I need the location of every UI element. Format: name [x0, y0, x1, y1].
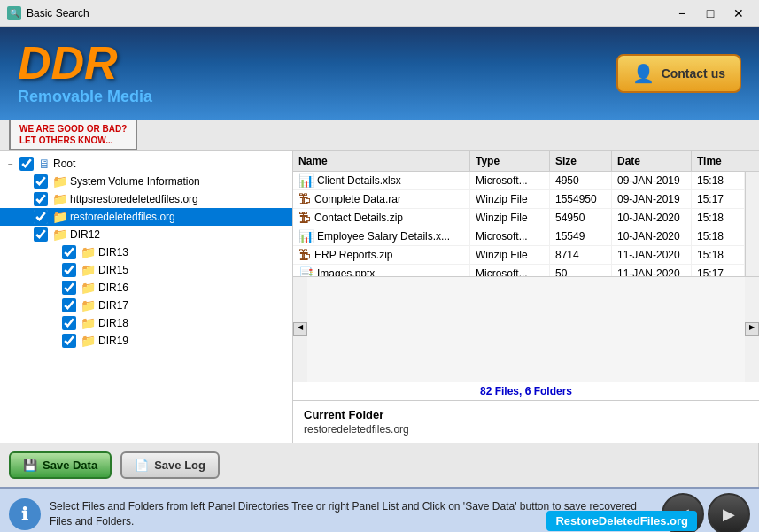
ddr-logo: DDR [18, 40, 118, 86]
file-row[interactable]: 📊Employee Salary Details.x...Microsoft..… [293, 227, 745, 246]
tree-checkbox-root[interactable] [19, 157, 34, 171]
tree-checkbox-dir17[interactable] [62, 298, 76, 312]
header: DDR Removable Media 👤 Contact us [0, 27, 759, 120]
contact-label: Contact us [662, 66, 725, 81]
scroll-track [307, 277, 745, 382]
window-title: Basic Search [27, 7, 89, 19]
tree-item-dir12[interactable]: −📁DIR12 [0, 226, 292, 243]
nav-next-button[interactable]: ▶ [708, 493, 750, 532]
file-row[interactable]: 🗜ERP Reports.zipWinzip File871411-JAN-20… [293, 246, 745, 265]
file-row[interactable]: 🗜Contact Details.zipWinzip File5495010-J… [293, 209, 745, 227]
file-time: 15:18 [692, 227, 745, 245]
file-type: Winzip File [470, 209, 550, 227]
tree-item-https[interactable]: 📁httpsrestoredeletedfiles.org [0, 190, 292, 208]
file-name: 📊Client Details.xlsx [293, 172, 470, 189]
minimize-button[interactable]: − [669, 3, 695, 24]
file-row[interactable]: 📑Images.pptxMicrosoft...5011-JAN-202015:… [293, 265, 745, 276]
file-list-body[interactable]: 📊Client Details.xlsxMicrosoft...495009-J… [293, 172, 745, 276]
folder-icon-dir16: 📁 [81, 281, 96, 295]
file-name: 📑Images.pptx [293, 265, 470, 276]
file-header-time[interactable]: Time [692, 151, 745, 171]
tree-label-svi: System Volume Information [70, 175, 200, 188]
app-icon: 🔍 [7, 6, 21, 20]
tree-label-dir17: DIR17 [98, 299, 128, 312]
main-content: −🖥Root📁System Volume Information📁httpsre… [0, 150, 759, 443]
folder-icon-svi: 📁 [52, 174, 67, 189]
tree-checkbox-dir12[interactable] [34, 227, 48, 242]
file-name: 📊Employee Salary Details.x... [293, 227, 470, 245]
save-data-button[interactable]: 💾 Save Data [9, 451, 112, 479]
file-name: 🗜Contact Details.zip [293, 209, 470, 227]
save-log-button[interactable]: 📄 Save Log [120, 451, 220, 479]
file-time: 15:18 [692, 172, 745, 189]
tree-item-dir13[interactable]: 📁DIR13 [0, 243, 292, 261]
file-size: 54950 [550, 209, 612, 227]
folder-icon-dir17: 📁 [81, 298, 96, 312]
tree-checkbox-https[interactable] [34, 192, 48, 206]
tree-checkbox-dir19[interactable] [62, 334, 76, 348]
tree-item-dir17[interactable]: 📁DIR17 [0, 297, 292, 314]
file-date: 10-JAN-2020 [612, 227, 692, 245]
bottom-bar: ℹ Select Files and Folders from left Pan… [0, 487, 759, 532]
tree-checkbox-dir18[interactable] [62, 316, 76, 330]
tree-container[interactable]: −🖥Root📁System Volume Information📁httpsre… [0, 151, 292, 443]
contact-button[interactable]: 👤 Contact us [616, 54, 741, 93]
file-date: 09-JAN-2019 [612, 172, 692, 189]
tree-label-dir13: DIR13 [98, 246, 128, 258]
save-log-label: Save Log [154, 459, 205, 472]
tree-checkbox-rdfo[interactable] [34, 210, 48, 224]
scroll-right-btn[interactable]: ▶ [745, 322, 759, 336]
horizontal-scrollbar[interactable]: ◀ ▶ [293, 276, 759, 382]
tree-item-dir18[interactable]: 📁DIR18 [0, 314, 292, 332]
folder-icon-dir12: 📁 [52, 227, 67, 242]
scroll-left-btn[interactable]: ◀ [293, 322, 307, 336]
tree-label-dir15: DIR15 [98, 264, 128, 276]
file-size: 50 [550, 265, 612, 276]
folder-icon-rdfo: 📁 [52, 210, 67, 224]
tree-checkbox-dir15[interactable] [62, 263, 76, 277]
banner-line1: WE ARE GOOD OR BAD? [19, 123, 127, 135]
file-list-header: NameTypeSizeDateTime [293, 151, 759, 172]
tree-expand-dir12[interactable]: − [18, 230, 32, 240]
save-log-icon: 📄 [135, 459, 149, 472]
right-scrollbar[interactable] [745, 172, 759, 276]
folder-icon-dir18: 📁 [81, 316, 96, 330]
contact-icon: 👤 [632, 63, 654, 84]
excel-icon: 📊 [298, 173, 314, 188]
save-buttons-bar: 💾 Save Data 📄 Save Log [0, 443, 759, 487]
tree-item-dir16[interactable]: 📁DIR16 [0, 279, 292, 297]
tree-checkbox-svi[interactable] [34, 174, 48, 189]
file-header-size[interactable]: Size [550, 151, 612, 171]
tree-label-root: Root [53, 158, 75, 170]
info-icon: ℹ [9, 498, 41, 530]
excel-icon: 📊 [298, 229, 314, 243]
right-wrapper: NameTypeSizeDateTime 📊Client Details.xls… [293, 151, 759, 443]
tree-item-root[interactable]: −🖥Root [0, 155, 292, 173]
file-header-date[interactable]: Date [612, 151, 692, 171]
brand-watermark: RestoreDeletedFiles.org [546, 511, 697, 531]
file-header-type[interactable]: Type [470, 151, 550, 171]
file-name: 🗜Complete Data.rar [293, 190, 470, 208]
file-type: Microsoft... [470, 227, 550, 245]
tree-label-https: httpsrestoredeletedfiles.org [70, 193, 198, 205]
current-folder-path: restoredeletedfiles.org [304, 423, 748, 436]
banner-box: WE ARE GOOD OR BAD? LET OTHERS KNOW... [9, 119, 137, 150]
file-time: 15:17 [692, 265, 745, 276]
zip-icon: 🗜 [298, 211, 311, 225]
tree-item-dir15[interactable]: 📁DIR15 [0, 261, 292, 279]
file-row[interactable]: 📊Client Details.xlsxMicrosoft...495009-J… [293, 172, 745, 190]
maximize-button[interactable]: □ [697, 3, 724, 24]
tree-item-rdfo[interactable]: 📁restoredeletedfiles.org [0, 208, 292, 226]
file-size: 8714 [550, 246, 612, 264]
tree-item-dir19[interactable]: 📁DIR19 [0, 332, 292, 350]
file-date: 11-JAN-2020 [612, 246, 692, 264]
tree-item-svi[interactable]: 📁System Volume Information [0, 173, 292, 190]
file-size: 4950 [550, 172, 612, 189]
tree-checkbox-dir16[interactable] [62, 281, 76, 295]
close-button[interactable]: ✕ [725, 3, 752, 24]
tree-checkbox-dir13[interactable] [62, 245, 76, 259]
header-logo: DDR Removable Media [18, 40, 152, 106]
file-header-name[interactable]: Name [293, 151, 470, 171]
tree-expand-root[interactable]: − [4, 159, 18, 169]
file-row[interactable]: 🗜Complete Data.rarWinzip File155495009-J… [293, 190, 745, 209]
